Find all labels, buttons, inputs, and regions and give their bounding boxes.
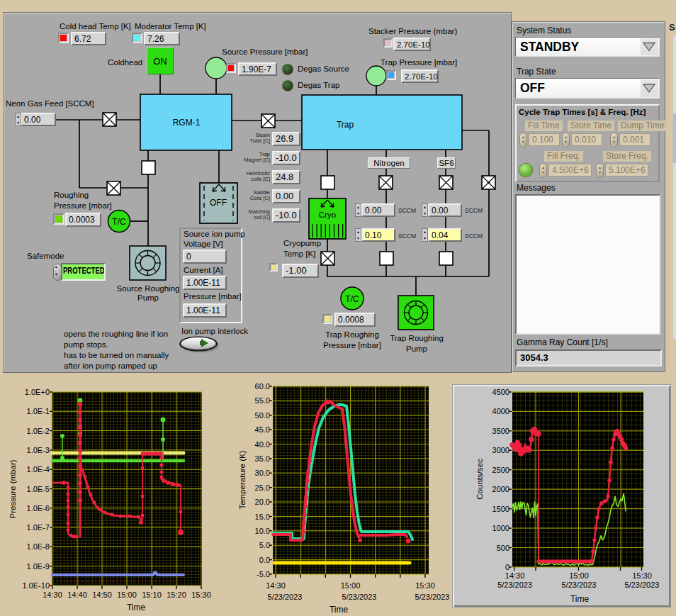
svg-text:2000: 2000	[492, 485, 509, 493]
svg-text:20.0: 20.0	[255, 498, 270, 506]
svg-text:4000: 4000	[492, 407, 509, 415]
svg-text:15:00: 15:00	[569, 571, 589, 580]
svg-text:1.0E-5: 1.0E-5	[27, 485, 50, 493]
svg-text:15:00: 15:00	[117, 590, 137, 599]
svg-text:14:30: 14:30	[505, 571, 525, 580]
svg-text:1.0E-1: 1.0E-1	[27, 407, 50, 415]
svg-text:1.0E-6: 1.0E-6	[27, 504, 50, 513]
svg-text:15:10: 15:10	[142, 590, 162, 599]
svg-text:5/23/2023: 5/23/2023	[562, 581, 597, 589]
svg-text:1.0E-8: 1.0E-8	[27, 542, 50, 551]
svg-text:15:30: 15:30	[632, 571, 652, 580]
svg-text:10.0: 10.0	[255, 527, 270, 535]
svg-text:1.0E-9: 1.0E-9	[27, 562, 50, 571]
svg-text:14:50: 14:50	[92, 590, 112, 599]
svg-text:14:30: 14:30	[43, 590, 62, 599]
svg-text:Temperature (K): Temperature (K)	[238, 450, 247, 509]
svg-text:Pressure (mbar): Pressure (mbar)	[9, 459, 17, 518]
svg-text:35.0: 35.0	[255, 454, 270, 463]
svg-text:1.0E-3: 1.0E-3	[27, 446, 50, 454]
svg-text:3000: 3000	[492, 446, 509, 454]
svg-text:4500: 4500	[492, 388, 509, 396]
svg-text:25.0: 25.0	[255, 483, 270, 492]
svg-text:5/23/2023: 5/23/2023	[268, 593, 303, 601]
svg-text:2500: 2500	[492, 466, 509, 474]
svg-text:500: 500	[497, 544, 509, 552]
svg-text:14:30: 14:30	[266, 581, 286, 590]
svg-text:1.0E-10: 1.0E-10	[22, 581, 50, 590]
svg-text:0.0: 0.0	[259, 556, 270, 564]
svg-text:Time: Time	[127, 603, 146, 612]
svg-text:5/23/2023: 5/23/2023	[497, 581, 532, 589]
svg-text:55.0: 55.0	[255, 396, 270, 405]
svg-text:45.0: 45.0	[255, 425, 270, 434]
svg-text:T/C: T/C	[112, 217, 126, 227]
svg-text:OFF: OFF	[210, 198, 227, 208]
svg-text:1.0E+0: 1.0E+0	[25, 388, 50, 396]
svg-text:60.0: 60.0	[255, 382, 270, 391]
svg-text:RGM-1: RGM-1	[173, 118, 201, 128]
svg-text:5/23/2023: 5/23/2023	[625, 581, 660, 589]
svg-text:5/23/2023: 5/23/2023	[415, 593, 450, 601]
svg-text:15:30: 15:30	[191, 590, 211, 599]
svg-text:1.0E-7: 1.0E-7	[27, 523, 50, 532]
svg-text:1.0E-2: 1.0E-2	[27, 427, 50, 435]
svg-text:Counts/sec: Counts/sec	[475, 459, 484, 500]
svg-text:Time: Time	[570, 594, 590, 604]
svg-text:40.0: 40.0	[255, 440, 270, 449]
svg-text:5/23/2023: 5/23/2023	[342, 593, 377, 601]
svg-text:15:00: 15:00	[341, 581, 361, 590]
svg-text:Time: Time	[329, 605, 349, 615]
svg-text:50.0: 50.0	[255, 411, 270, 420]
svg-text:3500: 3500	[492, 427, 509, 435]
svg-text:T/C: T/C	[345, 294, 359, 304]
svg-text:1000: 1000	[492, 524, 509, 532]
svg-text:Trap: Trap	[337, 120, 354, 130]
svg-text:30.0: 30.0	[255, 469, 270, 477]
svg-text:1.0E-4: 1.0E-4	[27, 465, 50, 474]
svg-text:15:20: 15:20	[167, 590, 186, 599]
svg-text:-5.0: -5.0	[257, 570, 270, 578]
svg-text:1500: 1500	[492, 505, 509, 513]
svg-text:Cryo: Cryo	[319, 211, 336, 219]
svg-text:14:40: 14:40	[67, 590, 87, 599]
svg-text:15.0: 15.0	[255, 513, 270, 521]
svg-text:15:30: 15:30	[415, 581, 435, 590]
svg-text:5.0: 5.0	[259, 541, 270, 549]
